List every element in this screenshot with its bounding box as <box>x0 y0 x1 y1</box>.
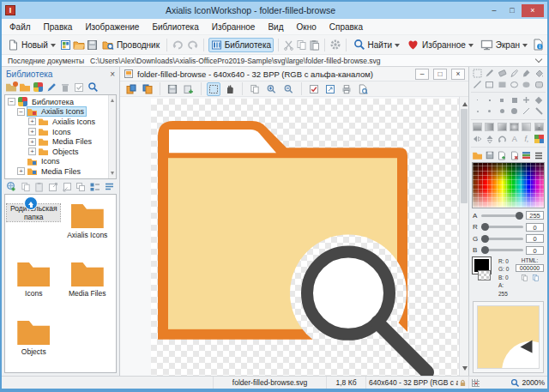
menu-library[interactable]: Библиотека <box>152 22 198 32</box>
screen-button[interactable]: Экран <box>478 37 530 52</box>
flip-horizontal-icon[interactable] <box>472 134 483 144</box>
edit-pencil-icon[interactable] <box>46 82 57 93</box>
cut-icon[interactable] <box>283 39 294 51</box>
tree-item-media-files[interactable]: + Media Files <box>5 166 116 177</box>
brush-square-3-icon[interactable] <box>497 95 508 106</box>
blue-slider[interactable] <box>481 249 523 251</box>
palette-menu-icon[interactable] <box>534 150 545 160</box>
new-library-icon[interactable] <box>6 83 16 92</box>
image-format-2-icon[interactable] <box>141 82 154 96</box>
resize-image-icon[interactable] <box>323 82 337 96</box>
alpha-value-field[interactable]: 255 <box>526 211 544 220</box>
brush-tool-icon[interactable] <box>521 68 532 78</box>
tree-item-objects-sub[interactable]: + Objects <box>5 147 116 157</box>
green-value-field[interactable]: 0 <box>526 234 544 243</box>
new-palette-icon[interactable] <box>497 150 508 160</box>
expand-box-icon[interactable]: + <box>17 167 25 175</box>
delete-palette-icon[interactable] <box>509 150 520 160</box>
brush-diamond-icon[interactable] <box>534 95 545 106</box>
brush-square-5-icon[interactable] <box>509 95 520 106</box>
gradient-diagonal-icon[interactable] <box>497 122 508 132</box>
slider-thumb[interactable] <box>516 212 523 220</box>
hand-tool-icon[interactable] <box>223 82 237 96</box>
brush-circle-5-icon[interactable] <box>497 106 508 117</box>
item-parent-folder[interactable]: Родительская папка <box>7 202 60 260</box>
redo-icon[interactable] <box>186 39 199 51</box>
save-document-icon[interactable] <box>166 82 179 96</box>
tree-item-axialis-icons[interactable]: − Axialis Icons <box>5 107 116 118</box>
gradient-vertical-icon[interactable] <box>472 122 483 132</box>
favorites-button[interactable]: Избранное <box>404 37 476 52</box>
tree-item-library-root[interactable]: − Библиотека <box>5 97 116 107</box>
scroll-down-icon[interactable] <box>111 172 114 177</box>
collapse-box-icon[interactable]: − <box>17 108 25 116</box>
palette-colors-icon[interactable] <box>521 150 532 160</box>
selection-tool-icon[interactable] <box>207 82 220 96</box>
slider-thumb[interactable] <box>481 246 489 254</box>
text-tool-icon[interactable]: A <box>509 134 520 144</box>
html-color-field[interactable]: 000000 <box>516 264 544 272</box>
view-large-icons-icon[interactable] <box>89 182 100 192</box>
print-preview-icon[interactable] <box>356 82 370 96</box>
pixel-grid-icon[interactable] <box>472 379 480 387</box>
batch-item-icon[interactable] <box>75 182 86 192</box>
flip-vertical-icon[interactable] <box>484 134 495 144</box>
menu-image[interactable]: Изображение <box>85 22 139 32</box>
zoom-level[interactable]: 2000% <box>522 378 545 387</box>
filled-rectangle-tool-icon[interactable] <box>497 79 508 89</box>
view-list-icon[interactable] <box>104 182 115 192</box>
menu-favorites[interactable]: Избранное <box>212 22 256 32</box>
item-media-files[interactable]: Media Files <box>61 260 114 318</box>
select-checkbox-icon[interactable] <box>74 82 84 93</box>
line-tool-icon[interactable] <box>472 79 483 89</box>
pen-tool-icon[interactable] <box>509 68 520 78</box>
recent-path[interactable]: C:\Users\Alex\Downloads\Axialis-OfficePr… <box>90 57 381 65</box>
copy-item-icon[interactable] <box>21 182 31 192</box>
color-palette[interactable] <box>472 162 545 208</box>
blue-value-field[interactable]: 0 <box>526 246 544 255</box>
alpha-slider[interactable] <box>481 214 523 217</box>
recent-chevron-down-icon[interactable] <box>535 56 542 63</box>
paste-icon[interactable] <box>309 39 320 51</box>
add-format-icon[interactable] <box>182 82 196 96</box>
slider-thumb[interactable] <box>481 223 489 231</box>
fill-bucket-tool-icon[interactable] <box>534 68 545 78</box>
menu-file[interactable]: Файл <box>9 22 31 32</box>
filled-ellipse-tool-icon[interactable] <box>521 79 532 89</box>
new-button[interactable]: Новый <box>5 38 58 52</box>
document-info-icon[interactable] <box>532 39 544 51</box>
import-item-icon[interactable] <box>62 182 72 192</box>
test-icon-icon[interactable] <box>307 82 321 96</box>
background-color-swatch[interactable] <box>478 270 491 280</box>
library-properties-icon[interactable] <box>33 82 43 92</box>
expand-box-icon[interactable]: + <box>28 118 36 125</box>
eraser-tool-icon[interactable] <box>497 68 508 78</box>
menu-window[interactable]: Окно <box>297 22 317 32</box>
add-to-library-icon[interactable] <box>6 181 17 192</box>
gradient-conic-icon[interactable] <box>534 122 545 132</box>
red-slider[interactable] <box>481 226 523 228</box>
maximize-button[interactable]: □ <box>504 4 521 17</box>
close-button[interactable]: × <box>522 4 544 17</box>
scroll-up-icon[interactable] <box>462 100 468 106</box>
library-toggle-button[interactable]: Библиотека <box>208 38 274 52</box>
document-close-button[interactable]: × <box>451 69 465 80</box>
brush-slash-thick-icon[interactable] <box>534 106 545 117</box>
image-format-1-icon[interactable] <box>124 82 138 96</box>
open-library-icon[interactable] <box>20 83 30 92</box>
brush-circle-7-icon[interactable] <box>509 106 520 117</box>
red-value-field[interactable]: 0 <box>526 223 544 232</box>
item-icons[interactable]: Icons <box>7 260 60 318</box>
open-palette-icon[interactable] <box>472 150 483 160</box>
menu-edit[interactable]: Правка <box>44 22 73 32</box>
delete-trash-icon[interactable] <box>60 82 70 93</box>
save-palette-icon[interactable] <box>484 150 495 160</box>
brush-plus-icon[interactable] <box>521 95 532 106</box>
settings-gear-icon[interactable] <box>329 39 341 51</box>
tree-item-icons[interactable]: Icons <box>5 157 116 167</box>
export-item-icon[interactable] <box>48 182 58 192</box>
paste-color-icon[interactable] <box>532 274 540 282</box>
library-panel-close-icon[interactable]: × <box>110 69 115 79</box>
new-from-image-icon[interactable] <box>60 39 71 51</box>
canvas-artwork[interactable] <box>151 99 460 376</box>
